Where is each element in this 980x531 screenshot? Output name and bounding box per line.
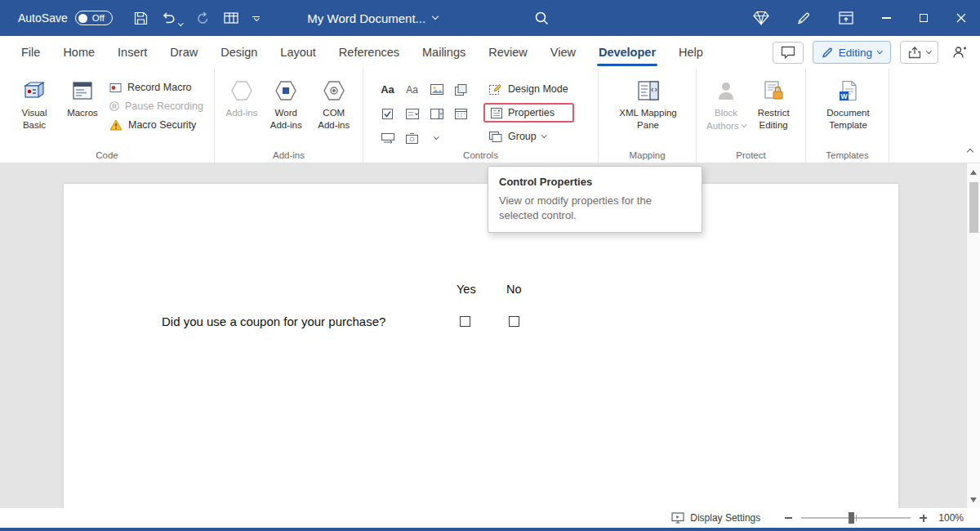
legacy-tools-dropdown[interactable]: [425, 127, 448, 149]
dropdown-list-control-button[interactable]: [425, 103, 448, 125]
table-columns-icon[interactable]: [224, 12, 238, 24]
checkbox-no[interactable]: [509, 316, 519, 327]
titlebar-right-controls: [740, 0, 980, 36]
group-templates: W Document Template Templates: [805, 69, 889, 163]
autosave-label: AutoSave: [18, 11, 68, 25]
tab-references[interactable]: References: [327, 36, 411, 69]
xml-mapping-pane-icon: [637, 78, 660, 103]
block-authors-button[interactable]: Block Authors: [703, 74, 749, 136]
macros-button[interactable]: Macros: [62, 74, 103, 123]
design-mode-button[interactable]: Design Mode: [483, 81, 574, 97]
designer-button[interactable]: [740, 0, 782, 36]
word-addins-button[interactable]: Word Add-ins: [262, 74, 310, 136]
macro-security-label: Macro Security: [128, 119, 196, 131]
close-icon: [956, 13, 966, 23]
pause-recording-button[interactable]: Pause Recording: [109, 100, 203, 112]
addins-button[interactable]: Add-ins: [221, 74, 262, 123]
tab-file[interactable]: File: [10, 36, 51, 69]
control-properties-tooltip: Control Properties View or modify proper…: [488, 166, 702, 233]
visual-basic-button[interactable]: Visual Basic: [7, 74, 62, 136]
zoom-level[interactable]: 100%: [938, 512, 964, 524]
zoom-out-button[interactable]: [785, 517, 792, 519]
undo-dropdown-chevron-icon[interactable]: [178, 20, 183, 25]
controls-right-column: Design Mode Properties Group: [483, 74, 574, 145]
scroll-down-button[interactable]: [967, 493, 980, 506]
tab-review[interactable]: Review: [477, 36, 539, 69]
com-addins-button[interactable]: COM Add-ins: [310, 74, 359, 136]
word-logo-letter: W: [840, 92, 848, 100]
tab-insert[interactable]: Insert: [106, 36, 158, 69]
zoom-slider[interactable]: [801, 517, 911, 519]
zoom-in-button[interactable]: [920, 515, 927, 522]
document-template-label: Document Template: [823, 107, 874, 132]
building-block-gallery-button[interactable]: [450, 78, 472, 100]
tab-help[interactable]: Help: [667, 36, 715, 69]
building-block-gallery-icon: [455, 84, 467, 96]
chevron-down-icon: [877, 48, 882, 53]
ribbon-display-options-button[interactable]: [825, 0, 867, 36]
document-template-button[interactable]: W Document Template: [820, 74, 877, 136]
date-picker-control-button[interactable]: [450, 103, 472, 125]
repeating-section-control-button[interactable]: [376, 127, 399, 149]
status-bar: Display Settings 100%: [0, 508, 980, 528]
redo-button[interactable]: [196, 11, 210, 25]
display-settings-button[interactable]: Display Settings: [671, 512, 760, 524]
checkbox-yes[interactable]: [460, 316, 470, 327]
document-page[interactable]: Yes No Did you use a coupon for your pur…: [64, 184, 898, 508]
addins-hexagon-icon: [230, 78, 253, 103]
picture-control-icon: [430, 84, 443, 95]
maximize-button[interactable]: [905, 0, 942, 36]
plain-text-control-button[interactable]: Aa: [401, 78, 423, 100]
xml-mapping-pane-button[interactable]: XML Mapping Pane: [612, 74, 684, 136]
undo-button[interactable]: [162, 11, 183, 25]
word-addins-hexagon-icon: [274, 78, 297, 103]
group-label-mapping: Mapping: [599, 150, 696, 160]
group-code: Visual Basic Macros Record Macro Pause R…: [0, 69, 214, 163]
customize-qat-button[interactable]: [252, 16, 260, 20]
scroll-up-button[interactable]: [967, 165, 980, 179]
collapse-ribbon-button[interactable]: [968, 143, 973, 158]
code-small-buttons: Record Macro Pause Recording Macro Secur…: [109, 74, 203, 131]
pen-tools-button[interactable]: [782, 0, 825, 36]
minimize-button[interactable]: [867, 0, 905, 36]
picture-control-button[interactable]: [425, 78, 448, 100]
properties-button[interactable]: Properties: [483, 103, 574, 123]
document-template-icon: W: [838, 78, 859, 103]
tab-mailings[interactable]: Mailings: [411, 36, 477, 69]
word-addins-label: Word Add-ins: [265, 107, 307, 132]
save-button[interactable]: [134, 11, 148, 25]
comments-button[interactable]: [773, 42, 804, 64]
rich-text-control-button[interactable]: Aa: [376, 78, 399, 100]
ribbon-tab-bar: File Home Insert Draw Design Layout Refe…: [0, 36, 980, 69]
display-settings-icon: [671, 512, 684, 524]
close-button[interactable]: [942, 0, 980, 36]
group-button[interactable]: Group: [483, 128, 574, 145]
tab-view[interactable]: View: [539, 36, 587, 69]
combo-box-control-button[interactable]: [401, 103, 423, 125]
share-icon: [908, 47, 921, 59]
scrollbar-thumb[interactable]: [969, 182, 978, 233]
legacy-tools-button[interactable]: [401, 127, 423, 149]
tab-developer[interactable]: Developer: [587, 36, 667, 69]
tab-bar-right-controls: Editing: [773, 41, 967, 64]
checkbox-control-button[interactable]: [376, 103, 399, 125]
people-button[interactable]: [952, 46, 967, 59]
search-button[interactable]: [534, 11, 549, 25]
tab-layout[interactable]: Layout: [269, 36, 327, 69]
vertical-scrollbar[interactable]: [966, 163, 980, 508]
tooltip-body: View or modify properties for the select…: [499, 194, 690, 223]
tab-design[interactable]: Design: [209, 36, 269, 69]
tab-draw[interactable]: Draw: [158, 36, 209, 69]
autosave-toggle[interactable]: Off: [75, 11, 113, 25]
scroll-up-icon: [970, 170, 977, 175]
editing-mode-dropdown[interactable]: Editing: [813, 41, 891, 64]
zoom-slider-thumb[interactable]: [849, 512, 854, 524]
group-controls: Aa Aa: [363, 69, 598, 163]
share-button[interactable]: [900, 41, 939, 64]
restrict-editing-button[interactable]: Restrict Editing: [749, 74, 798, 136]
document-title[interactable]: My Word Document...: [307, 11, 438, 25]
tab-home[interactable]: Home: [51, 36, 106, 69]
record-macro-button[interactable]: Record Macro: [109, 82, 203, 93]
zoom-control: [785, 515, 927, 522]
macro-security-button[interactable]: Macro Security: [109, 119, 203, 131]
